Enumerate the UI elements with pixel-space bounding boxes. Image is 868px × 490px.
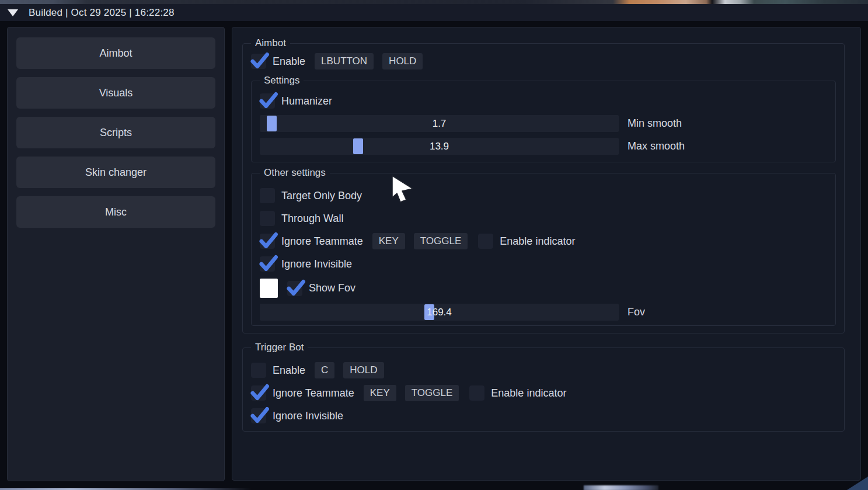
trigger-enable-checkbox[interactable] [251, 363, 266, 378]
slider-handle[interactable] [353, 138, 363, 154]
trigger-bot-legend: Trigger Bot [251, 342, 308, 353]
enable-indicator-label: Enable indicator [491, 387, 566, 399]
sidebar-item-skin-changer[interactable]: Skin changer [16, 157, 215, 188]
check-icon [285, 277, 306, 298]
target-only-body-label: Target Only Body [281, 190, 362, 202]
ignore-teammate-keymode-button[interactable]: TOGGLE [414, 233, 468, 249]
fov-slider[interactable]: 169.4 [260, 304, 619, 321]
aimbot-enable-checkbox[interactable] [251, 54, 266, 69]
check-icon [249, 405, 270, 425]
window-title: Builded | Oct 29 2025 | 16:22:28 [29, 7, 175, 19]
trigger-keymode-button[interactable]: HOLD [343, 362, 384, 378]
max-smooth-value: 13.9 [430, 141, 449, 152]
sidebar-item-visuals[interactable]: Visuals [16, 77, 215, 109]
target-only-body-row: Target Only Body [260, 187, 827, 204]
through-wall-row: Through Wall [260, 210, 827, 227]
aimbot-enable-label: Enable [273, 55, 305, 68]
sidebar: Aimbot Visuals Scripts Skin changer Misc [7, 27, 225, 481]
aimbot-section-legend: Aimbot [251, 37, 290, 49]
trigger-bot-section: Trigger Bot Enable C HOLD Ignore Teammat… [242, 347, 845, 432]
enable-indicator-checkbox[interactable] [478, 234, 493, 249]
ignore-teammate-keybind-button[interactable]: KEY [372, 233, 405, 249]
fov-color-swatch[interactable] [260, 279, 278, 298]
enable-indicator-checkbox[interactable] [469, 385, 484, 401]
other-settings-legend: Other settings [260, 167, 330, 179]
fov-label: Fov [619, 306, 827, 318]
aimbot-keybind-button[interactable]: LBUTTON [315, 53, 374, 69]
ignore-teammate-label: Ignore Teammate [281, 235, 363, 248]
humanizer-checkbox[interactable] [260, 93, 275, 109]
check-icon [258, 253, 278, 273]
sidebar-item-misc[interactable]: Misc [16, 196, 215, 228]
aimbot-enable-row: Enable LBUTTON HOLD [251, 53, 836, 69]
sidebar-item-scripts[interactable]: Scripts [16, 117, 215, 148]
trigger-keybind-button[interactable]: C [315, 362, 334, 378]
humanizer-label: Humanizer [281, 95, 332, 107]
show-fov-label: Show Fov [309, 282, 355, 294]
through-wall-checkbox[interactable] [260, 211, 275, 226]
main-panel: Aimbot Enable LBUTTON HOLD Settings Huma… [232, 27, 861, 481]
aimbot-ignore-teammate-row: Ignore Teammate KEY TOGGLE Enable indica… [260, 233, 827, 249]
max-smooth-slider-row: 13.9 Max smooth [260, 138, 827, 155]
cheat-menu-screen: Builded | Oct 29 2025 | 16:22:28 Aimbot … [0, 0, 868, 490]
aimbot-keymode-button[interactable]: HOLD [382, 53, 423, 69]
trigger-ignore-invisible-row: Ignore Invisible [251, 408, 836, 424]
settings-subsection: Settings Humanizer 1.7 Min smooth [251, 81, 836, 162]
check-icon [249, 50, 270, 71]
fov-slider-row: 169.4 Fov [260, 304, 827, 321]
enable-indicator-label: Enable indicator [500, 235, 575, 248]
trigger-enable-row: Enable C HOLD [251, 362, 836, 378]
aimbot-section: Aimbot Enable LBUTTON HOLD Settings Huma… [242, 43, 845, 333]
humanizer-row: Humanizer [260, 93, 827, 109]
ignore-invisible-label: Ignore Invisible [281, 258, 352, 270]
settings-legend: Settings [260, 75, 304, 86]
trigger-enable-label: Enable [273, 364, 305, 377]
show-fov-row: Show Fov [260, 279, 827, 298]
ignore-invisible-checkbox[interactable] [251, 408, 266, 423]
game-background-strip [0, 0, 868, 4]
target-only-body-checkbox[interactable] [260, 188, 275, 203]
min-smooth-value: 1.7 [433, 118, 447, 130]
show-fov-checkbox[interactable] [287, 281, 302, 296]
through-wall-label: Through Wall [281, 213, 343, 225]
fov-value: 169.4 [427, 307, 452, 318]
min-smooth-slider[interactable]: 1.7 [260, 115, 619, 132]
slider-handle[interactable] [267, 116, 277, 131]
ignore-teammate-keybind-button[interactable]: KEY [364, 385, 396, 401]
check-icon [258, 230, 278, 251]
collapse-triangle-icon[interactable] [8, 9, 18, 16]
game-background-fragment [584, 485, 658, 490]
trigger-ignore-teammate-row: Ignore Teammate KEY TOGGLE Enable indica… [251, 385, 836, 401]
aimbot-ignore-invisible-row: Ignore Invisible [260, 256, 827, 272]
ignore-teammate-label: Ignore Teammate [273, 387, 354, 399]
check-icon [249, 382, 270, 402]
min-smooth-slider-row: 1.7 Min smooth [260, 115, 827, 132]
corner-resize-triangle[interactable] [847, 477, 868, 490]
other-settings-subsection: Other settings Target Only Body Through … [251, 173, 836, 326]
max-smooth-slider[interactable]: 13.9 [260, 138, 619, 155]
ignore-teammate-checkbox[interactable] [251, 385, 266, 401]
ignore-teammate-keymode-button[interactable]: TOGGLE [405, 385, 459, 401]
titlebar[interactable]: Builded | Oct 29 2025 | 16:22:28 [0, 4, 868, 21]
mouse-cursor-icon [389, 175, 417, 206]
ignore-teammate-checkbox[interactable] [260, 234, 275, 249]
min-smooth-label: Min smooth [619, 117, 827, 130]
ignore-invisible-label: Ignore Invisible [273, 410, 343, 422]
check-icon [258, 90, 278, 110]
sidebar-item-aimbot[interactable]: Aimbot [16, 37, 215, 69]
max-smooth-label: Max smooth [619, 140, 827, 152]
ignore-invisible-checkbox[interactable] [260, 256, 275, 272]
